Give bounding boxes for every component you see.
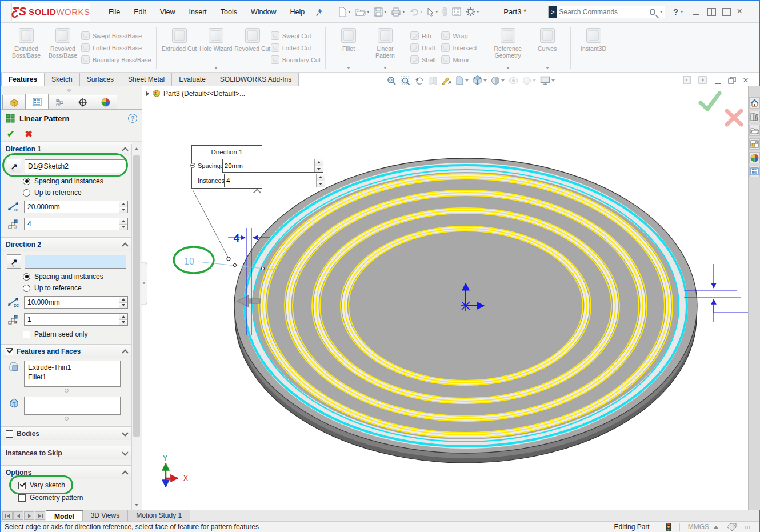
dir2-spacing-instances-radio[interactable]: Spacing and instances <box>1 271 132 282</box>
pm-cancel-button[interactable]: ✖ <box>25 129 32 139</box>
faces-to-pattern-list[interactable] <box>24 397 121 415</box>
rib-button[interactable]: Rib <box>410 31 435 40</box>
menu-tools[interactable]: Tools <box>215 6 243 18</box>
scroll-down-button[interactable] <box>132 501 141 510</box>
intersect-button[interactable]: Intersect <box>441 43 477 52</box>
doc-minimize-button[interactable] <box>714 77 721 85</box>
view-orientation-icon[interactable] <box>473 75 487 86</box>
direction2-reference-field[interactable] <box>25 255 126 269</box>
extruded-boss-button[interactable]: Extruded Boss/Base <box>8 25 45 71</box>
direction2-reference-button[interactable]: ↗↘ <box>7 254 21 269</box>
spinner[interactable] <box>119 314 127 325</box>
panel-scrollbar[interactable] <box>131 144 141 510</box>
spinner[interactable] <box>314 159 323 172</box>
callout-instances-input[interactable] <box>225 174 316 187</box>
panel-splitter[interactable] <box>142 262 147 305</box>
listbox-resize-handle[interactable] <box>65 389 69 393</box>
minimize-button[interactable] <box>692 8 701 16</box>
revolved-boss-button[interactable]: Revolved Boss/Base <box>45 25 81 71</box>
help-button[interactable]: ? <box>673 7 678 17</box>
pattern-seed-only-checkbox[interactable]: Pattern seed only <box>1 328 132 341</box>
open-document-button[interactable]: ▾ <box>353 6 371 18</box>
tab-property-manager[interactable] <box>25 94 49 109</box>
help-dropdown-icon[interactable]: ▾ <box>681 9 683 14</box>
spinner[interactable] <box>119 218 127 230</box>
tab-model[interactable]: Model <box>46 510 83 521</box>
dir1-up-to-reference-radio[interactable]: Up to reference <box>1 187 132 198</box>
doc-restore-button[interactable] <box>728 77 736 86</box>
lofted-cut-button[interactable]: Lofted Cut <box>271 43 321 52</box>
lofted-boss-button[interactable]: Lofted Boss/Base <box>81 43 151 52</box>
select-button[interactable]: ▾ <box>425 6 439 18</box>
graphics-viewport[interactable]: 4 10 <box>142 86 748 510</box>
tree-flyout-icon[interactable] <box>146 91 149 97</box>
home-icon[interactable] <box>749 97 760 109</box>
spinner[interactable] <box>119 201 127 213</box>
direction1-callout[interactable]: Direction 1 Spacing: Instances: <box>191 145 262 189</box>
search-dropdown-icon[interactable]: ▾ <box>660 9 662 14</box>
section-bodies[interactable]: Bodies <box>1 426 132 440</box>
appearances-scenes-icon[interactable] <box>749 152 760 163</box>
ghost-cancel-icon[interactable] <box>727 111 741 125</box>
section-options[interactable]: Options <box>1 465 132 479</box>
spinner[interactable] <box>316 174 325 187</box>
file-explorer-icon[interactable] <box>749 125 760 136</box>
print-button[interactable]: ▾ <box>389 6 406 18</box>
tab-display-manager[interactable] <box>94 95 117 109</box>
performance-indicator-icon[interactable] <box>666 523 671 531</box>
menu-window[interactable]: Window <box>245 6 282 18</box>
extruded-cut-button[interactable]: Extruded Cut <box>161 25 198 71</box>
save-button[interactable]: ▾ <box>372 6 388 18</box>
custom-properties-icon[interactable] <box>749 166 760 177</box>
section-view-icon[interactable] <box>429 76 438 85</box>
tab-motion-study[interactable]: Motion Study 1 <box>128 510 190 521</box>
dir2-instances-value[interactable] <box>25 314 119 325</box>
doc-close-button[interactable]: × <box>743 77 749 85</box>
search-scope-icon[interactable]: > <box>549 6 557 18</box>
mirror-button[interactable]: Mirror <box>441 55 477 64</box>
menu-help[interactable]: Help <box>285 6 311 18</box>
resize-grip[interactable] <box>745 526 751 529</box>
tab-features[interactable]: Features <box>1 73 45 86</box>
reference-geometry-button[interactable]: Reference Geometry <box>487 25 529 71</box>
tab-surfaces[interactable]: Surfaces <box>79 73 121 86</box>
section-instances-to-skip[interactable]: Instances to Skip <box>1 446 132 459</box>
tab-dimxpert[interactable] <box>71 95 94 109</box>
collapse-pane-left-icon[interactable] <box>683 76 691 86</box>
collapse-pane-right-icon[interactable] <box>698 76 707 86</box>
tab-scroll-last[interactable] <box>35 511 45 520</box>
menu-edit[interactable]: Edit <box>128 6 152 18</box>
linear-pattern-button[interactable]: Linear Pattern <box>367 25 403 71</box>
features-to-pattern-list[interactable]: Extrude-Thin1 Fillet1 <box>24 361 121 387</box>
shell-button[interactable]: Shell <box>410 55 435 64</box>
dir1-instances-value[interactable] <box>25 218 119 230</box>
pm-ok-button[interactable]: ✔ <box>7 129 14 139</box>
revolved-cut-button[interactable]: Revolved Cut <box>234 25 271 71</box>
search-input[interactable] <box>557 8 650 16</box>
zoom-fit-icon[interactable] <box>387 76 397 86</box>
display-style-icon[interactable] <box>491 76 505 85</box>
hide-show-items-icon[interactable] <box>509 77 518 85</box>
direction1-reference-field[interactable] <box>25 159 126 173</box>
scroll-up-button[interactable] <box>132 144 141 153</box>
annotation-views-icon[interactable]: A <box>442 76 451 85</box>
swept-boss-button[interactable]: Swept Boss/Base <box>81 31 151 40</box>
section-features-faces[interactable]: Features and Faces <box>1 344 132 358</box>
pin-menu-icon[interactable] <box>314 6 326 18</box>
panel-resize-handle[interactable] <box>67 89 71 92</box>
maximize-button[interactable] <box>722 8 731 16</box>
hole-wizard-button[interactable]: Hole Wizard <box>198 25 234 71</box>
close-button[interactable]: × <box>737 8 742 16</box>
tab-addins[interactable]: SOLIDWORKS Add-Ins <box>213 73 299 86</box>
tab-scroll-first[interactable] <box>2 511 13 520</box>
options-gear-button[interactable]: ▾ <box>464 6 481 18</box>
swept-cut-button[interactable]: Swept Cut <box>271 31 321 40</box>
units-selector[interactable]: MMGS <box>688 523 718 531</box>
scroll-thumb[interactable] <box>133 155 140 437</box>
boundary-cut-button[interactable]: Boundary Cut <box>271 55 321 64</box>
tab-scroll-prev[interactable] <box>13 511 23 520</box>
menu-file[interactable]: File <box>103 6 126 18</box>
tag-icon[interactable] <box>726 523 737 531</box>
new-document-button[interactable]: ▾ <box>336 6 352 18</box>
undo-button[interactable]: ▾ <box>407 6 424 17</box>
